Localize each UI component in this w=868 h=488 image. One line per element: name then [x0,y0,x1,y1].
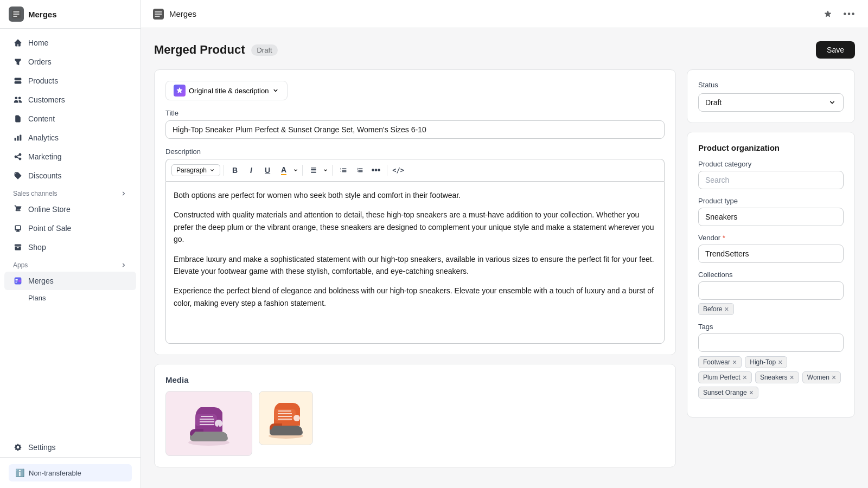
sidebar-item-merges[interactable]: Merges [4,272,136,290]
topbar-left: Merges [152,8,196,21]
paragraph-select[interactable]: Paragraph [171,164,220,176]
products-icon [13,76,23,86]
more-options-button[interactable]: ••• [368,163,384,178]
tag-footwear-remove[interactable]: × [732,358,737,366]
status-select[interactable]: Draft [698,93,844,112]
product-org-title: Product organization [698,143,844,152]
bullet-list-button[interactable] [336,163,351,178]
sidebar-item-plans[interactable]: Plans [4,291,136,305]
sidebar-logo [9,7,24,22]
product-org-card: Product organization Product category Pr… [687,132,855,418]
sidebar-item-discounts[interactable]: Discounts [4,166,136,185]
bold-button[interactable]: B [227,163,242,178]
description-label: Description [165,147,665,156]
toolbar-sep-1 [224,165,224,176]
category-input[interactable] [698,171,844,189]
sales-channels-section: Sales channels [4,185,136,200]
sidebar-item-merges-label: Merges [28,277,54,285]
sidebar-item-orders-label: Orders [28,57,52,66]
sidebar-item-content-label: Content [28,114,55,123]
underline-button[interactable]: U [260,163,275,178]
pin-button[interactable] [820,7,835,22]
collection-tag-remove[interactable]: × [724,305,729,313]
tag-plum-perfect-remove[interactable]: × [743,374,747,381]
media-label: Media [165,375,665,384]
sidebar-item-shop[interactable]: Shop [4,238,136,256]
tags-list: Footwear × High-Top × Plum Perfect × [698,356,844,399]
italic-button[interactable]: I [244,163,259,178]
svg-point-16 [293,415,300,421]
analytics-icon [13,133,23,143]
sidebar-item-marketing[interactable]: Marketing [4,147,136,166]
sidebar-item-analytics[interactable]: Analytics [4,129,136,147]
collections-group: Collections Before × [698,271,844,315]
align-chevron-icon [322,167,329,174]
sidebar-item-plans-label: Plans [28,294,46,302]
orange-shoe-image [263,396,309,440]
media-thumb-2[interactable] [259,391,313,445]
desc-para-1: Both options are perfect for women who s… [174,189,656,201]
color-chevron-icon [292,167,299,174]
settings-label: Settings [28,443,56,452]
tag-footwear-label: Footwear [703,358,730,366]
tag-sunset-orange-remove[interactable]: × [749,389,754,396]
color-label: A [281,165,286,175]
type-input[interactable] [698,208,844,226]
sidebar-item-point-of-sale[interactable]: Point of Sale [4,219,136,237]
sidebar-app-name: Merges [28,10,57,19]
topbar-right: ••• [820,7,857,22]
page-body: Original title & description Title Descr… [154,69,855,467]
topbar-title: Merges [169,9,196,18]
ordered-list-button[interactable] [352,163,367,178]
settings-nav-item[interactable]: Settings [4,438,136,457]
sales-channels-label: Sales channels [13,190,57,197]
title-description-card: Original title & description Title Descr… [154,69,676,355]
expand-apps-icon [120,261,127,269]
save-button[interactable]: Save [816,41,855,59]
tag-high-top-remove[interactable]: × [778,358,782,366]
status-card: Status Draft [687,69,855,123]
sidebar-item-content[interactable]: Content [4,110,136,128]
ai-icon [174,85,186,97]
align-icon [310,166,317,174]
ordered-list-icon [356,166,363,174]
topbar: Merges ••• [141,0,868,28]
topbar-logo [152,8,165,21]
editor-content[interactable]: Both options are perfect for women who s… [165,181,665,344]
tag-women-remove[interactable]: × [832,374,836,381]
desc-para-2: Constructed with quality materials and a… [174,209,656,245]
paragraph-label: Paragraph [176,166,207,174]
non-transferable-label: Non-transferable [29,469,81,477]
tag-sneakers-remove[interactable]: × [790,374,794,381]
sidebar-item-products[interactable]: Products [4,72,136,90]
sidebar-item-home[interactable]: Home [4,34,136,52]
sidebar: Merges Home Orders Products Customers [0,0,141,488]
media-thumb-1[interactable] [165,391,252,456]
status-chevron-icon [828,98,837,107]
ai-dropdown-button[interactable]: Original title & description [165,81,288,100]
title-input[interactable] [165,120,665,139]
vendor-input[interactable] [698,245,844,263]
collections-input[interactable] [698,281,844,300]
color-button[interactable]: A [276,163,291,178]
code-button[interactable]: </> [391,163,406,178]
sidebar-item-pos-label: Point of Sale [28,224,71,233]
tag-plum-perfect-label: Plum Perfect [703,374,741,381]
tag-sunset-orange-label: Sunset Orange [703,389,747,396]
toolbar-sep-4 [387,165,387,176]
more-button[interactable]: ••• [842,7,857,22]
sidebar-item-orders[interactable]: Orders [4,53,136,71]
align-button[interactable] [306,163,321,178]
sidebar-item-online-store-label: Online Store [28,205,71,214]
sidebar-item-customers[interactable]: Customers [4,91,136,109]
title-label: Title [165,109,665,117]
settings-icon [13,442,23,452]
category-label: Product category [698,160,844,168]
chevron-down-icon [272,87,279,94]
tags-input[interactable] [698,333,844,352]
purple-shoe-image [182,399,236,448]
non-transferable-banner: ℹ️ Non-transferable [9,464,132,481]
desc-para-3: Embrace luxury and make a sophisticated … [174,253,656,278]
toolbar-sep-2 [302,165,303,176]
sidebar-item-online-store[interactable]: Online Store [4,200,136,219]
